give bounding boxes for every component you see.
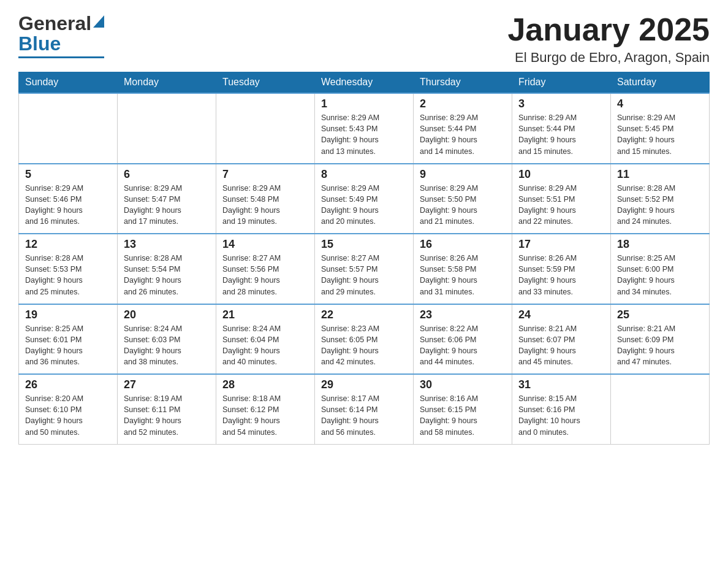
calendar-cell: 31Sunrise: 8:15 AMSunset: 6:16 PMDayligh… <box>512 374 611 444</box>
day-info: Sunrise: 8:25 AMSunset: 6:00 PMDaylight:… <box>617 253 703 297</box>
day-info: Sunrise: 8:29 AMSunset: 5:44 PMDaylight:… <box>420 112 506 157</box>
calendar-cell: 15Sunrise: 8:27 AMSunset: 5:57 PMDayligh… <box>315 234 414 304</box>
day-info: Sunrise: 8:15 AMSunset: 6:16 PMDaylight:… <box>518 393 604 438</box>
day-info: Sunrise: 8:26 AMSunset: 5:58 PMDaylight:… <box>420 253 506 297</box>
day-info: Sunrise: 8:18 AMSunset: 6:12 PMDaylight:… <box>222 393 308 438</box>
day-number: 1 <box>321 98 407 110</box>
calendar-cell: 16Sunrise: 8:26 AMSunset: 5:58 PMDayligh… <box>414 234 512 304</box>
day-info: Sunrise: 8:28 AMSunset: 5:53 PMDaylight:… <box>25 253 111 297</box>
day-number: 16 <box>420 238 506 251</box>
calendar-title: January 2025 <box>507 12 710 47</box>
day-number: 5 <box>25 168 111 181</box>
day-number: 27 <box>124 378 210 391</box>
calendar-cell: 30Sunrise: 8:16 AMSunset: 6:15 PMDayligh… <box>414 374 512 444</box>
day-number: 19 <box>25 308 111 321</box>
column-header-friday: Friday <box>512 72 611 93</box>
logo-underline <box>18 56 104 58</box>
calendar-cell: 11Sunrise: 8:28 AMSunset: 5:52 PMDayligh… <box>611 164 710 234</box>
calendar-cell: 29Sunrise: 8:17 AMSunset: 6:14 PMDayligh… <box>315 374 414 444</box>
calendar-cell: 9Sunrise: 8:29 AMSunset: 5:50 PMDaylight… <box>414 164 512 234</box>
day-info: Sunrise: 8:28 AMSunset: 5:52 PMDaylight:… <box>617 183 703 228</box>
calendar-header-row: SundayMondayTuesdayWednesdayThursdayFrid… <box>19 72 710 93</box>
day-number: 24 <box>518 308 604 321</box>
day-number: 9 <box>420 168 506 181</box>
calendar-cell: 19Sunrise: 8:25 AMSunset: 6:01 PMDayligh… <box>19 304 118 375</box>
day-number: 23 <box>420 308 506 321</box>
day-info: Sunrise: 8:17 AMSunset: 6:14 PMDaylight:… <box>321 393 407 438</box>
page-header: General Blue January 2025 El Burgo de Eb… <box>18 12 710 66</box>
day-number: 17 <box>518 238 604 251</box>
calendar-cell: 10Sunrise: 8:29 AMSunset: 5:51 PMDayligh… <box>512 164 611 234</box>
day-number: 25 <box>617 308 703 321</box>
calendar-cell: 1Sunrise: 8:29 AMSunset: 5:43 PMDaylight… <box>315 93 414 164</box>
calendar-cell <box>216 93 315 164</box>
calendar-cell: 13Sunrise: 8:28 AMSunset: 5:54 PMDayligh… <box>118 234 216 304</box>
calendar-week-4: 19Sunrise: 8:25 AMSunset: 6:01 PMDayligh… <box>19 304 710 375</box>
calendar-table: SundayMondayTuesdayWednesdayThursdayFrid… <box>18 72 710 445</box>
logo: General Blue <box>18 12 104 58</box>
column-header-saturday: Saturday <box>611 72 710 93</box>
day-number: 8 <box>321 168 407 181</box>
calendar-cell: 24Sunrise: 8:21 AMSunset: 6:07 PMDayligh… <box>512 304 611 375</box>
day-info: Sunrise: 8:29 AMSunset: 5:45 PMDaylight:… <box>617 112 703 157</box>
calendar-cell: 2Sunrise: 8:29 AMSunset: 5:44 PMDaylight… <box>414 93 512 164</box>
day-info: Sunrise: 8:29 AMSunset: 5:49 PMDaylight:… <box>321 183 407 228</box>
day-number: 15 <box>321 238 407 251</box>
day-info: Sunrise: 8:27 AMSunset: 5:57 PMDaylight:… <box>321 253 407 297</box>
day-number: 20 <box>124 308 210 321</box>
day-number: 11 <box>617 168 703 181</box>
day-number: 21 <box>222 308 308 321</box>
calendar-cell: 25Sunrise: 8:21 AMSunset: 6:09 PMDayligh… <box>611 304 710 375</box>
calendar-cell: 23Sunrise: 8:22 AMSunset: 6:06 PMDayligh… <box>414 304 512 375</box>
day-number: 30 <box>420 378 506 391</box>
day-info: Sunrise: 8:29 AMSunset: 5:47 PMDaylight:… <box>124 183 210 228</box>
calendar-cell: 26Sunrise: 8:20 AMSunset: 6:10 PMDayligh… <box>19 374 118 444</box>
column-header-sunday: Sunday <box>19 72 118 93</box>
column-header-wednesday: Wednesday <box>315 72 414 93</box>
day-info: Sunrise: 8:16 AMSunset: 6:15 PMDaylight:… <box>420 393 506 438</box>
day-info: Sunrise: 8:20 AMSunset: 6:10 PMDaylight:… <box>25 393 111 438</box>
calendar-cell: 27Sunrise: 8:19 AMSunset: 6:11 PMDayligh… <box>118 374 216 444</box>
calendar-cell: 14Sunrise: 8:27 AMSunset: 5:56 PMDayligh… <box>216 234 315 304</box>
day-number: 28 <box>222 378 308 391</box>
day-info: Sunrise: 8:23 AMSunset: 6:05 PMDaylight:… <box>321 323 407 368</box>
day-number: 12 <box>25 238 111 251</box>
calendar-subtitle: El Burgo de Ebro, Aragon, Spain <box>507 50 710 66</box>
day-info: Sunrise: 8:24 AMSunset: 6:03 PMDaylight:… <box>124 323 210 368</box>
day-number: 4 <box>617 98 703 110</box>
day-info: Sunrise: 8:28 AMSunset: 5:54 PMDaylight:… <box>124 253 210 297</box>
calendar-week-1: 1Sunrise: 8:29 AMSunset: 5:43 PMDaylight… <box>19 93 710 164</box>
logo-general: General <box>18 12 91 35</box>
column-header-tuesday: Tuesday <box>216 72 315 93</box>
calendar-cell: 22Sunrise: 8:23 AMSunset: 6:05 PMDayligh… <box>315 304 414 375</box>
column-header-monday: Monday <box>118 72 216 93</box>
day-info: Sunrise: 8:29 AMSunset: 5:51 PMDaylight:… <box>518 183 604 228</box>
column-header-thursday: Thursday <box>414 72 512 93</box>
calendar-cell: 7Sunrise: 8:29 AMSunset: 5:48 PMDaylight… <box>216 164 315 234</box>
day-info: Sunrise: 8:29 AMSunset: 5:50 PMDaylight:… <box>420 183 506 228</box>
calendar-cell: 18Sunrise: 8:25 AMSunset: 6:00 PMDayligh… <box>611 234 710 304</box>
day-info: Sunrise: 8:19 AMSunset: 6:11 PMDaylight:… <box>124 393 210 438</box>
day-info: Sunrise: 8:27 AMSunset: 5:56 PMDaylight:… <box>222 253 308 297</box>
day-number: 2 <box>420 98 506 110</box>
day-number: 18 <box>617 238 703 251</box>
day-info: Sunrise: 8:29 AMSunset: 5:46 PMDaylight:… <box>25 183 111 228</box>
day-info: Sunrise: 8:21 AMSunset: 6:09 PMDaylight:… <box>617 323 703 368</box>
calendar-cell: 8Sunrise: 8:29 AMSunset: 5:49 PMDaylight… <box>315 164 414 234</box>
calendar-cell: 3Sunrise: 8:29 AMSunset: 5:44 PMDaylight… <box>512 93 611 164</box>
day-info: Sunrise: 8:21 AMSunset: 6:07 PMDaylight:… <box>518 323 604 368</box>
day-number: 26 <box>25 378 111 391</box>
calendar-cell: 17Sunrise: 8:26 AMSunset: 5:59 PMDayligh… <box>512 234 611 304</box>
day-number: 10 <box>518 168 604 181</box>
day-number: 22 <box>321 308 407 321</box>
calendar-cell: 5Sunrise: 8:29 AMSunset: 5:46 PMDaylight… <box>19 164 118 234</box>
day-info: Sunrise: 8:29 AMSunset: 5:48 PMDaylight:… <box>222 183 308 228</box>
calendar-week-5: 26Sunrise: 8:20 AMSunset: 6:10 PMDayligh… <box>19 374 710 444</box>
day-info: Sunrise: 8:29 AMSunset: 5:43 PMDaylight:… <box>321 112 407 157</box>
day-info: Sunrise: 8:25 AMSunset: 6:01 PMDaylight:… <box>25 323 111 368</box>
calendar-cell <box>118 93 216 164</box>
calendar-cell: 12Sunrise: 8:28 AMSunset: 5:53 PMDayligh… <box>19 234 118 304</box>
day-number: 6 <box>124 168 210 181</box>
calendar-cell <box>19 93 118 164</box>
day-info: Sunrise: 8:24 AMSunset: 6:04 PMDaylight:… <box>222 323 308 368</box>
